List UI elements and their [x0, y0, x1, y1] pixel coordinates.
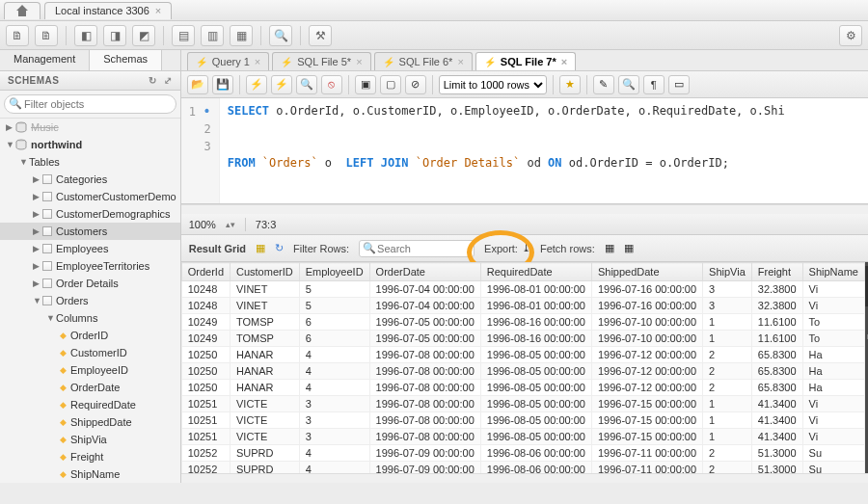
tool-button-6[interactable]: ▦	[230, 25, 253, 46]
connection-tab[interactable]: Local instance 3306 ×	[44, 2, 172, 19]
execute-button[interactable]: ⚡	[246, 75, 267, 94]
column-header[interactable]: OrderId	[181, 263, 230, 281]
open-sql-button[interactable]: 🗎	[35, 25, 58, 46]
table-row[interactable]: 10250HANAR41996-07-08 00:00:001996-08-05…	[181, 363, 864, 380]
table-cell: 1996-07-11 00:00:00	[591, 462, 702, 474]
table-row[interactable]: 10250HANAR41996-07-08 00:00:001996-08-05…	[181, 380, 864, 396]
grid-scrollbar[interactable]	[181, 473, 868, 483]
tree-column[interactable]: ◆OrderID	[0, 327, 180, 344]
tree-db-northwind[interactable]: ▼northwind	[0, 136, 180, 153]
tree-column[interactable]: ◆CustomerID	[0, 344, 180, 361]
table-row[interactable]: 10249TOMSP61996-07-05 00:00:001996-08-16…	[181, 331, 864, 347]
home-tab[interactable]	[4, 2, 41, 19]
tree-table-orders[interactable]: ▼Orders	[0, 292, 180, 309]
column-header[interactable]: OrderDate	[369, 263, 480, 281]
refresh-icon[interactable]: ↻	[275, 242, 284, 254]
grid-icon[interactable]: ▦	[256, 242, 265, 254]
filter-rows-input[interactable]	[359, 240, 475, 257]
settings-button[interactable]: ⚙	[839, 25, 862, 46]
result-grid[interactable]: OrderIdCustomerIDEmployeeIDOrderDateRequ…	[181, 262, 865, 473]
column-header[interactable]: CustomerID	[231, 263, 300, 281]
tool-button[interactable]: 🔍	[618, 75, 639, 94]
beautify-button[interactable]: ★	[559, 75, 581, 94]
tree-table[interactable]: ▶CustomerDemographics	[0, 205, 180, 223]
limit-select[interactable]: Limit to 1000 rows	[439, 75, 547, 94]
filter-input[interactable]	[4, 94, 176, 114]
editor-scrollbar[interactable]	[181, 204, 868, 214]
tool-button-5[interactable]: ▥	[201, 25, 224, 46]
column-header[interactable]: ShipName	[802, 263, 864, 281]
column-header[interactable]: EmployeeID	[299, 263, 369, 281]
tree-tables[interactable]: ▼Tables	[0, 153, 180, 171]
tree-table[interactable]: ▶Order Details	[0, 275, 180, 292]
column-header[interactable]: Freight	[751, 263, 802, 281]
tool-button-7[interactable]: 🔍	[269, 25, 292, 46]
table-row[interactable]: 10251VICTE31996-07-08 00:00:001996-08-05…	[181, 396, 864, 412]
column-header[interactable]: RequiredDate	[480, 263, 591, 281]
table-row[interactable]: 10249TOMSP61996-07-05 00:00:001996-08-16…	[181, 314, 864, 331]
fetch-button[interactable]: ▦	[605, 242, 614, 254]
commit-button[interactable]: ▣	[355, 75, 376, 94]
query-tab[interactable]: ⚡SQL File 5*×	[272, 52, 370, 70]
tool-button-4[interactable]: ▤	[172, 25, 195, 46]
toggle-button[interactable]: ⊘	[405, 75, 426, 94]
refresh-icon[interactable]: ↻	[149, 75, 157, 86]
tree-table[interactable]: ▶Employees	[0, 240, 180, 257]
tree-column[interactable]: ◆ShippedDate	[0, 413, 180, 431]
tool-button-2[interactable]: ◨	[103, 25, 126, 46]
save-button[interactable]: 💾	[212, 75, 233, 94]
sql-code[interactable]: SELECT o.OrderId, o.CustomerID, o.Employ…	[220, 98, 793, 203]
table-cell: 1996-07-08 00:00:00	[369, 429, 480, 445]
sql-editor[interactable]: 1 • 2 3 SELECT o.OrderId, o.CustomerID, …	[181, 98, 868, 204]
open-button[interactable]: 📂	[187, 75, 208, 94]
tool-button-8[interactable]: ⚒	[309, 25, 332, 46]
close-icon[interactable]: ×	[561, 56, 567, 67]
expand-icon[interactable]: ⤢	[164, 75, 173, 86]
main-toolbar: 🗎 🗎 ◧ ◨ ◩ ▤ ▥ ▦ 🔍 ⚒ ⚙	[0, 21, 868, 50]
column-header[interactable]: ShippedDate	[591, 263, 702, 281]
tree-table[interactable]: ▶Categories	[0, 171, 180, 188]
tree-column[interactable]: ◆EmployeeID	[0, 361, 180, 379]
tool-button[interactable]: ▭	[668, 75, 690, 94]
close-icon[interactable]: ×	[356, 56, 362, 67]
close-icon[interactable]: ×	[155, 5, 161, 16]
fetch-button-2[interactable]: ▦	[624, 242, 634, 254]
rollback-button[interactable]: ▢	[380, 75, 401, 94]
stop-button[interactable]: ⦸	[321, 75, 342, 94]
tool-button-3[interactable]: ◩	[132, 25, 155, 46]
tree-column[interactable]: ◆Freight	[0, 448, 180, 465]
close-icon[interactable]: ×	[457, 56, 463, 67]
tab-schemas[interactable]: Schemas	[90, 50, 162, 70]
tree-db-music[interactable]: ▶Music	[0, 119, 180, 136]
tree-column[interactable]: ◆ShipName	[0, 465, 180, 483]
tree-table[interactable]: ▶EmployeeTerritories	[0, 257, 180, 275]
query-tab-active[interactable]: ⚡SQL File 7*×	[475, 52, 576, 70]
toggle-icon: ⊘	[411, 78, 420, 91]
tree-table-customers[interactable]: ▶Customers	[0, 223, 180, 240]
new-sql-tab-button[interactable]: 🗎	[6, 25, 29, 46]
table-row[interactable]: 10251VICTE31996-07-08 00:00:001996-08-05…	[181, 429, 864, 445]
tab-management[interactable]: Management	[0, 50, 90, 70]
tree-column[interactable]: ◆ShipVia	[0, 431, 180, 448]
tree-table[interactable]: ▶CustomerCustomerDemo	[0, 188, 180, 205]
explain-button[interactable]: 🔍	[296, 75, 317, 94]
query-tab[interactable]: ⚡SQL File 6*×	[374, 52, 473, 70]
tool-button-1[interactable]: ◧	[74, 25, 97, 46]
table-row[interactable]: 10248VINET51996-07-04 00:00:001996-08-01…	[181, 281, 864, 298]
tree-column[interactable]: ◆OrderDate	[0, 379, 180, 396]
tree-columns[interactable]: ▼Columns	[0, 309, 180, 327]
tree-column[interactable]: ◆RequiredDate	[0, 396, 180, 413]
export-button[interactable]: ⤓	[522, 242, 530, 254]
table-row[interactable]: 10248VINET51996-07-04 00:00:001996-08-01…	[181, 298, 864, 314]
tool-button[interactable]: ✎	[593, 75, 614, 94]
execute-current-button[interactable]: ⚡	[271, 75, 292, 94]
close-icon[interactable]: ×	[255, 56, 260, 67]
table-row[interactable]: 10252SUPRD41996-07-09 00:00:001996-08-06…	[181, 445, 864, 462]
tool-button[interactable]: ¶	[643, 75, 665, 94]
table-row[interactable]: 10250HANAR41996-07-08 00:00:001996-08-05…	[181, 347, 864, 363]
table-row[interactable]: 10252SUPRD41996-07-09 00:00:001996-08-06…	[181, 462, 864, 474]
table-row[interactable]: 10251VICTE31996-07-08 00:00:001996-08-05…	[181, 412, 864, 429]
zoom-stepper[interactable]: ▴▾	[226, 220, 235, 229]
query-tab[interactable]: ⚡Query 1×	[187, 52, 270, 70]
column-header[interactable]: ShipVia	[703, 263, 752, 281]
